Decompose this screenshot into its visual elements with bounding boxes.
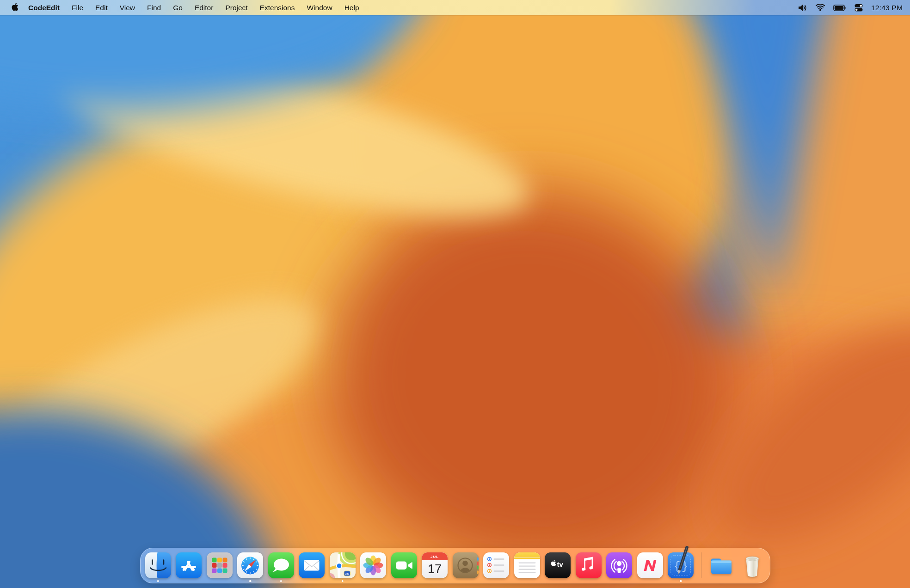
dock-item-photos[interactable] — [360, 552, 386, 578]
status-area: 12:43 PM — [798, 0, 910, 15]
app-menus: CodeEdit File Edit View Find Go Editor P… — [24, 0, 365, 15]
clock[interactable]: 12:43 PM — [871, 4, 903, 12]
dock-item-folder[interactable] — [708, 552, 734, 578]
dock-item-mail[interactable] — [299, 552, 325, 578]
dock-item-messages[interactable] — [268, 552, 294, 578]
menu-view[interactable]: View — [114, 0, 141, 15]
menu-help[interactable]: Help — [338, 0, 365, 15]
wifi-icon[interactable] — [816, 0, 825, 15]
dock-item-facetime[interactable] — [391, 552, 417, 578]
tv-label: tv — [557, 560, 564, 568]
reminders-icon — [483, 552, 509, 578]
maps-icon: 280 — [330, 552, 356, 578]
running-indicator — [157, 580, 159, 582]
active-app-name[interactable]: CodeEdit — [24, 0, 66, 15]
calendar-month: JUL — [430, 555, 439, 559]
dock-item-podcasts[interactable] — [606, 552, 632, 578]
menu-extensions[interactable]: Extensions — [254, 0, 301, 15]
running-indicator — [680, 580, 682, 582]
battery-icon[interactable] — [833, 0, 846, 15]
menu-project[interactable]: Project — [219, 0, 253, 15]
dock-item-reminders[interactable] — [483, 552, 509, 578]
music-icon — [576, 552, 602, 578]
dock-item-launchpad[interactable] — [207, 552, 233, 578]
dock-item-tv[interactable]: tv — [545, 552, 571, 578]
running-indicator — [341, 580, 344, 582]
photos-icon — [360, 552, 386, 578]
svg-text:280: 280 — [345, 572, 349, 575]
desktop: CodeEdit File Edit View Find Go Editor P… — [0, 0, 910, 588]
tv-icon: tv — [545, 552, 571, 578]
dock-item-contacts[interactable] — [453, 552, 479, 578]
menu-bar: CodeEdit File Edit View Find Go Editor P… — [0, 0, 910, 15]
facetime-icon — [391, 552, 417, 578]
menu-go[interactable]: Go — [167, 0, 189, 15]
control-center-icon[interactable] — [855, 0, 863, 15]
folder-icon — [708, 552, 734, 578]
app-store-icon — [176, 552, 202, 578]
podcasts-icon — [606, 552, 632, 578]
safari-icon — [237, 552, 263, 578]
apple-menu[interactable] — [0, 0, 24, 15]
menu-file[interactable]: File — [66, 0, 89, 15]
messages-icon — [268, 552, 294, 578]
dock-item-safari[interactable] — [237, 552, 263, 578]
volume-icon[interactable] — [798, 0, 807, 15]
dock-item-app-store[interactable] — [176, 552, 202, 578]
desktop-wallpaper — [0, 0, 910, 588]
dock-item-news[interactable] — [637, 552, 663, 578]
dock-item-calendar[interactable]: JUL 17 — [422, 552, 448, 578]
dock-item-codeedit[interactable]: { } — [668, 552, 694, 578]
menu-editor[interactable]: Editor — [189, 0, 220, 15]
mail-icon — [299, 552, 325, 578]
codeedit-icon: { } — [668, 544, 694, 578]
trash-icon — [739, 552, 765, 578]
menu-find[interactable]: Find — [141, 0, 167, 15]
calendar-icon: JUL 17 — [422, 552, 448, 578]
dock-item-finder[interactable] — [145, 552, 171, 578]
contacts-icon — [453, 552, 479, 578]
apple-logo-icon — [11, 2, 19, 13]
maps-highway-shield: 280 — [344, 571, 350, 576]
notes-icon — [514, 552, 540, 578]
news-icon — [637, 552, 663, 578]
launchpad-icon — [207, 552, 233, 578]
dock-item-trash[interactable] — [739, 552, 765, 578]
menu-window[interactable]: Window — [301, 0, 338, 15]
dock-item-notes[interactable] — [514, 552, 540, 578]
running-indicator — [280, 580, 282, 582]
dock: 280 — [140, 548, 770, 583]
dock-item-maps[interactable]: 280 — [330, 552, 356, 578]
running-indicator — [249, 580, 252, 582]
finder-icon — [145, 552, 171, 578]
menu-edit[interactable]: Edit — [89, 0, 114, 15]
dock-container: 280 — [0, 548, 910, 583]
dock-item-music[interactable] — [576, 552, 602, 578]
calendar-day: 17 — [428, 562, 442, 576]
dock-divider — [701, 552, 701, 578]
